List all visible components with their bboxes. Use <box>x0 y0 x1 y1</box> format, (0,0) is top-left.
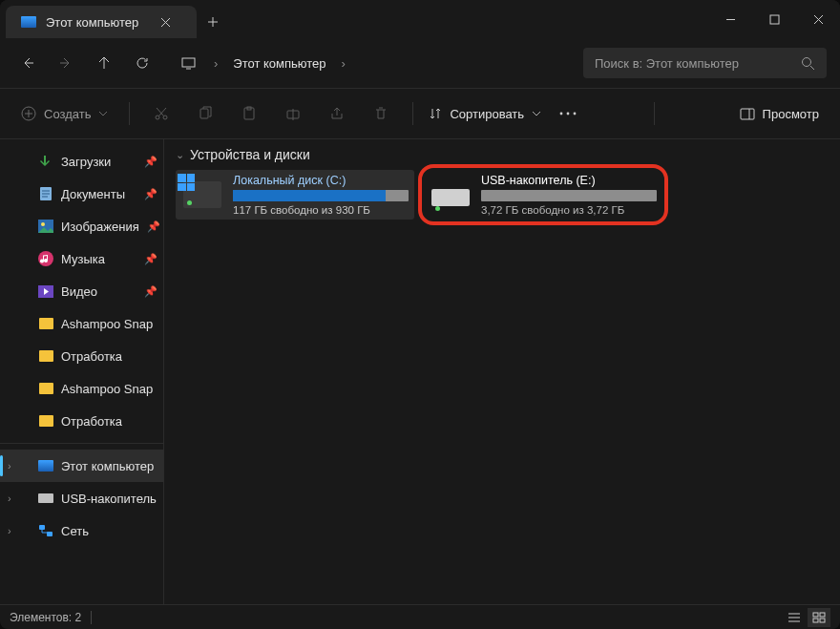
details-view-button[interactable] <box>783 608 806 627</box>
sidebar-icon <box>38 283 53 299</box>
chevron-right-icon: › <box>210 56 221 71</box>
svg-rect-19 <box>38 493 53 503</box>
tab-title: Этот компьютер <box>46 15 138 30</box>
sidebar-icon <box>38 186 53 201</box>
sidebar-item[interactable]: Ashampoo Snap <box>0 372 163 405</box>
arrow-right-icon <box>58 55 74 71</box>
arrow-left-icon <box>20 55 35 71</box>
copy-icon <box>198 106 213 121</box>
toolbar: Создать Сортировать Просмотр <box>0 88 840 139</box>
svg-point-11 <box>567 113 570 115</box>
sidebar-item[interactable]: Документы📌 <box>0 178 163 210</box>
drive-name: USB-накопитель (E:) <box>481 174 657 187</box>
tab-this-pc[interactable]: Этот компьютер <box>6 6 197 38</box>
delete-button[interactable] <box>361 94 401 133</box>
share-button[interactable] <box>317 94 357 133</box>
sidebar-item-label: Видео <box>61 284 97 299</box>
maximize-icon <box>769 14 780 25</box>
minimize-button[interactable] <box>708 0 752 38</box>
svg-point-17 <box>38 251 53 266</box>
back-button[interactable] <box>10 45 46 81</box>
sidebar-icon <box>38 491 53 506</box>
sidebar-tree-item[interactable]: ›Этот компьютер <box>0 450 163 482</box>
tiles-icon <box>812 612 826 623</box>
close-window-button[interactable] <box>796 0 840 38</box>
sidebar-item-label: Музыка <box>61 252 105 266</box>
svg-rect-13 <box>741 109 754 119</box>
group-title: Устройства и диски <box>190 147 310 162</box>
tab-close-button[interactable] <box>149 17 181 28</box>
share-icon <box>329 106 345 121</box>
close-icon <box>160 17 171 28</box>
sidebar-item-label: Этот компьютер <box>61 459 154 473</box>
crumb-location[interactable]: Этот компьютер <box>225 56 333 71</box>
separator <box>91 611 92 624</box>
drive-free-text: 117 ГБ свободно из 930 ГБ <box>233 204 409 216</box>
refresh-button[interactable] <box>124 45 160 81</box>
sidebar-item-label: Отработка <box>61 414 122 429</box>
forward-button[interactable] <box>48 45 84 81</box>
create-button[interactable]: Создать <box>11 100 117 127</box>
status-items: Элементов: 2 <box>10 611 81 624</box>
sidebar-item[interactable]: Видео📌 <box>0 275 163 307</box>
rename-icon <box>285 106 301 121</box>
view-button[interactable]: Просмотр <box>730 101 829 127</box>
refresh-icon <box>135 55 150 71</box>
svg-point-2 <box>803 57 811 66</box>
maximize-button[interactable] <box>752 0 796 38</box>
svg-rect-22 <box>813 613 818 617</box>
copy-button[interactable] <box>185 94 225 133</box>
chevron-down-icon: ⌄ <box>176 149 184 161</box>
svg-rect-0 <box>770 15 779 24</box>
sidebar-icon <box>38 381 53 396</box>
system-disk-icon <box>183 181 221 208</box>
chevron-down-icon <box>532 111 541 116</box>
sidebar-icon <box>38 316 53 331</box>
svg-point-16 <box>41 222 45 226</box>
up-button[interactable] <box>86 45 122 81</box>
sidebar-tree-item[interactable]: ›USB-накопитель <box>0 482 163 514</box>
sidebar-item[interactable]: Загрузки📌 <box>0 145 163 178</box>
rename-button[interactable] <box>273 94 313 133</box>
content-area: ⌄ Устройства и диски Локальный диск (C:)… <box>164 139 840 604</box>
cut-button[interactable] <box>141 94 181 133</box>
more-button[interactable] <box>549 112 587 115</box>
sidebar: Загрузки📌Документы📌Изображения📌Музыка📌Ви… <box>0 139 164 604</box>
sidebar-item[interactable]: Отработка <box>0 405 163 437</box>
pin-icon: 📌 <box>147 220 160 233</box>
drive-free-text: 3,72 ГБ свободно из 3,72 ГБ <box>481 204 657 216</box>
sidebar-item[interactable]: Отработка <box>0 340 163 372</box>
new-tab-button[interactable] <box>197 6 229 38</box>
drive-item[interactable]: USB-накопитель (E:)3,72 ГБ свободно из 3… <box>424 170 662 220</box>
svg-rect-25 <box>820 619 825 622</box>
drive-name: Локальный диск (C:) <box>233 174 409 187</box>
sidebar-item[interactable]: Ashampoo Snap <box>0 307 163 340</box>
drive-item[interactable]: Локальный диск (C:)117 ГБ свободно из 93… <box>176 170 414 220</box>
breadcrumb[interactable]: › Этот компьютер › <box>170 45 581 81</box>
minimize-icon <box>725 14 736 25</box>
svg-rect-20 <box>39 525 45 530</box>
pin-icon: 📌 <box>144 156 158 168</box>
separator <box>654 102 655 125</box>
tiles-view-button[interactable] <box>808 608 830 627</box>
sidebar-item[interactable]: Музыка📌 <box>0 242 163 275</box>
usb-disk-icon <box>431 189 470 206</box>
sidebar-item-label: USB-накопитель <box>61 492 157 506</box>
sidebar-item[interactable]: Изображения📌 <box>0 210 163 242</box>
separator <box>412 102 413 125</box>
sidebar-icon <box>38 523 53 538</box>
sort-button[interactable]: Сортировать <box>425 101 545 127</box>
group-header[interactable]: ⌄ Устройства и диски <box>176 147 829 162</box>
file-explorer-window: Этот компьютер › Этот компьютер › Поиск … <box>0 0 840 629</box>
svg-rect-24 <box>813 619 818 622</box>
search-placeholder: Поиск в: Этот компьютер <box>595 56 801 71</box>
svg-point-4 <box>156 115 159 119</box>
sidebar-icon <box>38 348 53 364</box>
search-input[interactable]: Поиск в: Этот компьютер <box>583 48 827 78</box>
sidebar-tree-item[interactable]: ›Сеть <box>0 514 163 547</box>
svg-point-5 <box>163 115 167 119</box>
paste-button[interactable] <box>229 94 269 133</box>
chevron-right-icon: › <box>8 525 11 536</box>
close-icon <box>813 14 824 25</box>
sidebar-item-label: Сеть <box>61 524 89 538</box>
